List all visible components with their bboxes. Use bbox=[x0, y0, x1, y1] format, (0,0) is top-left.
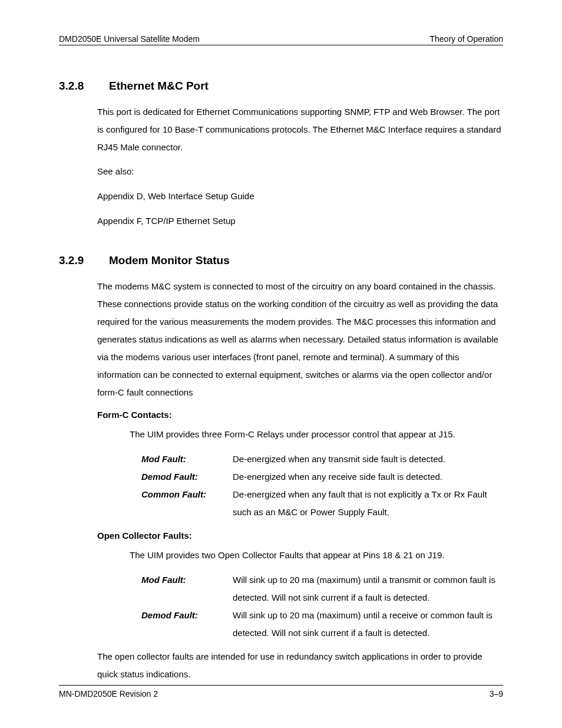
footer-right: 3–9 bbox=[490, 689, 503, 699]
open-collector-intro: The UIM provides two Open Collector Faul… bbox=[130, 546, 503, 564]
section-heading-328: 3.2.8Ethernet M&C Port bbox=[59, 80, 503, 93]
definition-desc: Will sink up to 20 ma (maximum) until a … bbox=[233, 571, 503, 607]
page: DMD2050E Universal Satellite Modem Theor… bbox=[0, 0, 562, 728]
see-also-item: Appendix D, Web Interface Setup Guide bbox=[97, 189, 503, 203]
section-title: Ethernet M&C Port bbox=[109, 80, 209, 92]
formc-contacts-heading: Form-C Contacts: bbox=[97, 410, 503, 420]
formc-intro: The UIM provides three Form-C Relays und… bbox=[130, 426, 503, 443]
definition-row: Mod Fault: De-energized when any transmi… bbox=[141, 450, 503, 468]
definition-term: Demod Fault: bbox=[141, 607, 233, 642]
definition-desc: De-energized when any receive side fault… bbox=[233, 468, 503, 486]
definition-desc: De-energized when any fault that is not … bbox=[233, 486, 503, 521]
definition-desc: De-energized when any transmit side faul… bbox=[233, 450, 503, 468]
section-title: Modem Monitor Status bbox=[109, 254, 230, 266]
definition-term: Common Fault: bbox=[141, 486, 233, 521]
definition-desc: Will sink up to 20 ma (maximum) until a … bbox=[233, 607, 503, 642]
paragraph: This port is dedicated for Ethernet Comm… bbox=[97, 103, 503, 156]
open-collector-heading: Open Collector Faults: bbox=[97, 531, 503, 541]
paragraph: The modems M&C system is connected to mo… bbox=[97, 278, 503, 401]
page-footer: MN-DMD2050E Revision 2 3–9 bbox=[59, 685, 503, 699]
definition-row: Demod Fault: De-energized when any recei… bbox=[141, 468, 503, 486]
page-header: DMD2050E Universal Satellite Modem Theor… bbox=[59, 34, 503, 44]
definition-row: Common Fault: De-energized when any faul… bbox=[141, 486, 503, 521]
section-heading-329: 3.2.9Modem Monitor Status bbox=[59, 254, 503, 267]
definition-row: Mod Fault: Will sink up to 20 ma (maximu… bbox=[141, 571, 503, 607]
definition-row: Demod Fault: Will sink up to 20 ma (maxi… bbox=[141, 607, 503, 642]
see-also-label: See also: bbox=[97, 164, 503, 179]
definition-term: Mod Fault: bbox=[141, 450, 233, 468]
header-left: DMD2050E Universal Satellite Modem bbox=[59, 34, 200, 44]
see-also-item: Appendix F, TCP/IP Ethernet Setup bbox=[97, 214, 503, 228]
definition-term: Mod Fault: bbox=[141, 571, 233, 607]
page-content: 3.2.8Ethernet M&C Port This port is dedi… bbox=[59, 45, 503, 683]
closing-paragraph: The open collector faults are intended f… bbox=[97, 648, 503, 683]
definition-term: Demod Fault: bbox=[141, 468, 233, 486]
section-number: 3.2.9 bbox=[59, 254, 109, 267]
footer-rule bbox=[59, 685, 503, 686]
section-number: 3.2.8 bbox=[59, 80, 109, 93]
header-right: Theory of Operation bbox=[429, 34, 503, 44]
footer-left: MN-DMD2050E Revision 2 bbox=[59, 689, 158, 699]
